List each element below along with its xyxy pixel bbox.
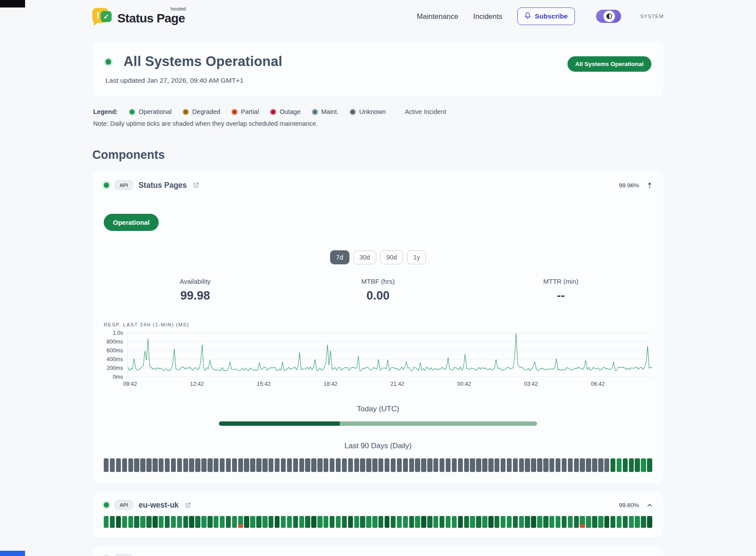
uptime-tick-operational[interactable]: [647, 458, 652, 472]
uptime-tick-partial[interactable]: [238, 516, 243, 528]
uptime-tick-nodata[interactable]: [146, 458, 151, 472]
uptime-tick-operational[interactable]: [269, 516, 273, 528]
uptime-tick-nodata[interactable]: [250, 458, 255, 472]
uptime-tick-nodata[interactable]: [519, 458, 524, 472]
nav-maintenance[interactable]: Maintenance: [417, 12, 458, 21]
uptime-tick-nodata[interactable]: [269, 458, 273, 472]
uptime-tick-operational[interactable]: [165, 516, 170, 528]
uptime-tick-operational[interactable]: [415, 516, 420, 528]
uptime-tick-operational[interactable]: [513, 516, 518, 528]
uptime-tick-nodata[interactable]: [562, 458, 567, 472]
uptime-tick-operational[interactable]: [617, 458, 622, 472]
uptime-tick-operational[interactable]: [214, 516, 218, 528]
uptime-tick-nodata[interactable]: [501, 458, 505, 472]
uptime-tick-operational[interactable]: [336, 516, 341, 528]
uptime-tick-operational[interactable]: [250, 516, 255, 528]
uptime-tick-nodata[interactable]: [323, 458, 328, 472]
uptime-tick-nodata[interactable]: [360, 458, 365, 472]
external-link-icon[interactable]: [193, 182, 200, 189]
uptime-tick-nodata[interactable]: [531, 458, 536, 472]
uptime-tick-operational[interactable]: [128, 516, 133, 528]
uptime-tick-nodata[interactable]: [311, 458, 316, 472]
uptime-tick-partial[interactable]: [580, 516, 585, 528]
uptime-tick-nodata[interactable]: [452, 458, 457, 472]
uptime-tick-nodata[interactable]: [507, 458, 512, 472]
uptime-tick-operational[interactable]: [330, 516, 334, 528]
uptime-tick-nodata[interactable]: [494, 458, 499, 472]
uptime-tick-operational[interactable]: [287, 516, 292, 528]
uptime-tick-nodata[interactable]: [397, 458, 402, 472]
uptime-tick-nodata[interactable]: [458, 458, 463, 472]
uptime-tick-operational[interactable]: [458, 516, 463, 528]
uptime-tick-nodata[interactable]: [189, 458, 194, 472]
uptime-tick-operational[interactable]: [556, 516, 560, 528]
uptime-tick-nodata[interactable]: [574, 458, 579, 472]
uptime-tick-operational[interactable]: [446, 516, 451, 528]
uptime-tick-nodata[interactable]: [177, 458, 182, 472]
uptime-tick-operational[interactable]: [501, 516, 505, 528]
uptime-tick-nodata[interactable]: [153, 458, 157, 472]
uptime-tick-operational[interactable]: [226, 516, 231, 528]
uptime-tick-nodata[interactable]: [427, 458, 432, 472]
uptime-tick-operational[interactable]: [635, 458, 640, 472]
uptime-tick-operational[interactable]: [201, 516, 206, 528]
uptime-tick-operational[interactable]: [146, 516, 151, 528]
uptime-tick-nodata[interactable]: [476, 458, 481, 472]
uptime-tick-operational[interactable]: [305, 516, 310, 528]
uptime-tick-operational[interactable]: [293, 516, 298, 528]
uptime-tick-nodata[interactable]: [256, 458, 261, 472]
uptime-tick-nodata[interactable]: [165, 458, 170, 472]
uptime-tick-operational[interactable]: [592, 516, 597, 528]
uptime-tick-nodata[interactable]: [232, 458, 237, 472]
uptime-tick-nodata[interactable]: [287, 458, 292, 472]
uptime-tick-operational[interactable]: [525, 516, 530, 528]
uptime-tick-nodata[interactable]: [543, 458, 548, 472]
uptime-tick-operational[interactable]: [629, 458, 634, 472]
uptime-tick-nodata[interactable]: [305, 458, 310, 472]
uptime-tick-nodata[interactable]: [549, 458, 554, 472]
uptime-tick-operational[interactable]: [153, 516, 157, 528]
uptime-tick-operational[interactable]: [256, 516, 261, 528]
uptime-tick-nodata[interactable]: [348, 458, 353, 472]
uptime-tick-operational[interactable]: [543, 516, 548, 528]
uptime-tick-operational[interactable]: [568, 516, 573, 528]
uptime-tick-nodata[interactable]: [592, 458, 597, 472]
uptime-tick-operational[interactable]: [220, 516, 225, 528]
uptime-tick-nodata[interactable]: [128, 458, 133, 472]
expand-chevron-icon[interactable]: [647, 503, 652, 507]
brand-logo[interactable]: ! ✓ hosted Status Page: [92, 7, 185, 26]
uptime-tick-nodata[interactable]: [336, 458, 341, 472]
uptime-tick-operational[interactable]: [195, 516, 200, 528]
uptime-tick-nodata[interactable]: [330, 458, 334, 472]
uptime-tick-operational[interactable]: [409, 516, 414, 528]
uptime-tick-nodata[interactable]: [262, 458, 267, 472]
uptime-tick-operational[interactable]: [482, 516, 487, 528]
theme-toggle[interactable]: [596, 10, 621, 23]
uptime-tick-operational[interactable]: [183, 516, 188, 528]
uptime-tick-operational[interactable]: [342, 516, 347, 528]
uptime-tick-nodata[interactable]: [214, 458, 218, 472]
uptime-tick-operational[interactable]: [611, 516, 615, 528]
uptime-tick-operational[interactable]: [275, 516, 280, 528]
uptime-tick-operational[interactable]: [232, 516, 237, 528]
uptime-tick-operational[interactable]: [159, 516, 164, 528]
uptime-tick-operational[interactable]: [488, 516, 493, 528]
uptime-tick-nodata[interactable]: [299, 458, 304, 472]
uptime-tick-operational[interactable]: [562, 516, 567, 528]
uptime-tick-nodata[interactable]: [433, 458, 438, 472]
uptime-tick-nodata[interactable]: [488, 458, 493, 472]
uptime-tick-operational[interactable]: [311, 516, 316, 528]
nav-incidents[interactable]: Incidents: [473, 12, 502, 21]
uptime-tick-operational[interactable]: [323, 516, 328, 528]
uptime-tick-nodata[interactable]: [220, 458, 225, 472]
uptime-tick-nodata[interactable]: [372, 458, 377, 472]
range-button-30d[interactable]: 30d: [353, 250, 376, 264]
uptime-tick-nodata[interactable]: [604, 458, 609, 472]
uptime-tick-operational[interactable]: [629, 516, 634, 528]
uptime-tick-operational[interactable]: [360, 516, 365, 528]
uptime-tick-operational[interactable]: [611, 458, 615, 472]
uptime-tick-operational[interactable]: [470, 516, 475, 528]
subscribe-button[interactable]: Subscribe: [517, 7, 575, 25]
uptime-tick-nodata[interactable]: [421, 458, 426, 472]
uptime-tick-operational[interactable]: [574, 516, 579, 528]
